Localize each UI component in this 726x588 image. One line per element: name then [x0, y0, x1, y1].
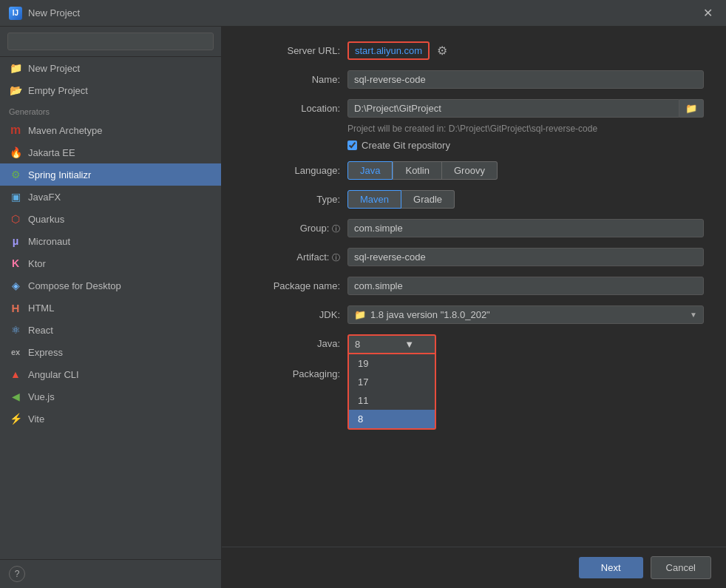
name-row: Name:	[244, 70, 704, 89]
empty-project-icon: 📂	[9, 84, 22, 97]
git-repo-label[interactable]: Create Git repository	[362, 140, 450, 151]
sidebar-item-javafx[interactable]: ▣ JavaFX	[0, 186, 221, 208]
language-java-btn[interactable]: Java	[347, 161, 393, 180]
package-name-value	[347, 277, 704, 295]
sidebar-item-label: Vue.js	[28, 391, 55, 402]
java-current-value: 8	[355, 339, 360, 350]
sidebar-item-label: Empty Project	[28, 85, 88, 96]
sidebar-item-label: New Project	[28, 63, 80, 74]
packaging-label: Packaging:	[244, 365, 340, 379]
type-maven-btn[interactable]: Maven	[347, 190, 401, 209]
sidebar-search-wrap	[0, 27, 221, 57]
express-icon: ex	[9, 345, 22, 359]
git-repo-checkbox[interactable]	[347, 141, 357, 150]
language-row: Language: Java Kotlin Groovy	[244, 161, 704, 180]
sidebar-item-label: JavaFX	[28, 192, 61, 203]
sidebar-item-label: React	[28, 325, 53, 336]
type-gradle-btn[interactable]: Gradle	[401, 190, 455, 209]
sidebar-item-express[interactable]: ex Express	[0, 341, 221, 363]
vite-icon: ⚡	[9, 412, 22, 425]
location-label: Location:	[244, 99, 340, 114]
sidebar-item-label: Compose for Desktop	[28, 280, 121, 291]
sidebar-item-html[interactable]: H HTML	[0, 297, 221, 319]
git-repo-row: Create Git repository	[347, 140, 704, 151]
html-icon: H	[9, 301, 22, 314]
jdk-label: JDK:	[244, 305, 340, 320]
sidebar-bottom: ?	[0, 559, 221, 588]
jdk-value: 📁 1.8 java version "1.8.0_202" ▼	[347, 305, 704, 324]
gear-button[interactable]: ⚙	[435, 42, 449, 59]
server-url-display[interactable]: start.aliyun.com	[347, 41, 430, 60]
sidebar-item-ktor[interactable]: K Ktor	[0, 252, 221, 274]
group-value	[347, 219, 704, 237]
location-row: Location: 📁	[244, 99, 704, 118]
sidebar-item-label: Micronaut	[28, 236, 70, 247]
location-input[interactable]	[347, 99, 679, 118]
content-inner: Server URL: start.aliyun.com ⚙ Name: Loc…	[244, 41, 704, 434]
cancel-button[interactable]: Cancel	[651, 556, 711, 579]
location-hint: Project will be created in: D:\Project\G…	[347, 124, 704, 134]
group-input[interactable]	[347, 219, 704, 237]
content-area: Server URL: start.aliyun.com ⚙ Name: Loc…	[222, 27, 726, 588]
sidebar-item-jakarta-ee[interactable]: 🔥 Jakarta EE	[0, 141, 221, 163]
new-project-icon: 📁	[9, 61, 22, 75]
app-icon: IJ	[9, 7, 22, 20]
language-kotlin-btn[interactable]: Kotlin	[393, 161, 442, 180]
jdk-version-text: 1.8 java version "1.8.0_202"	[370, 309, 490, 320]
language-btn-group: Java Kotlin Groovy	[347, 161, 498, 180]
name-input[interactable]	[347, 70, 704, 89]
package-name-row: Package name:	[244, 277, 704, 295]
package-name-label: Package name:	[244, 277, 340, 291]
sidebar-item-maven-archetype[interactable]: m Maven Archetype	[0, 119, 221, 141]
angular-icon: ▲	[9, 368, 22, 381]
java-value: 8 ▼ 19 17 11 8	[347, 334, 704, 354]
ktor-icon: K	[9, 257, 22, 270]
help-button[interactable]: ?	[9, 566, 25, 582]
generators-label: Generators	[0, 101, 221, 119]
sidebar-item-quarkus[interactable]: ⬡ Quarkus	[0, 208, 221, 230]
sidebar-item-angular-cli[interactable]: ▲ Angular CLI	[0, 363, 221, 385]
title-bar: IJ New Project ✕	[0, 0, 726, 27]
sidebar-item-compose-desktop[interactable]: ◈ Compose for Desktop	[0, 274, 221, 297]
compose-icon: ◈	[9, 279, 22, 292]
group-label: Group: ⓘ	[244, 219, 340, 234]
language-value: Java Kotlin Groovy	[347, 161, 704, 180]
sidebar-item-new-project[interactable]: 📁 New Project	[0, 57, 221, 79]
jdk-select[interactable]: 📁 1.8 java version "1.8.0_202" ▼	[347, 305, 704, 324]
java-dropdown-menu: 19 17 11 8	[347, 354, 436, 430]
artifact-label: Artifact: ⓘ	[244, 248, 340, 263]
jakarta-icon: 🔥	[9, 146, 22, 159]
bottom-bar: Next Cancel	[222, 547, 726, 588]
main-container: 📁 New Project 📂 Empty Project Generators…	[0, 27, 726, 588]
micronaut-icon: μ	[9, 234, 22, 248]
package-name-input[interactable]	[347, 277, 704, 295]
javafx-icon: ▣	[9, 190, 22, 203]
window-title: New Project	[28, 7, 80, 18]
server-url-row: Server URL: start.aliyun.com ⚙	[244, 41, 704, 60]
java-option-19[interactable]: 19	[349, 354, 435, 373]
artifact-value	[347, 248, 704, 266]
java-select-button[interactable]: 8 ▼	[347, 334, 436, 354]
maven-icon: m	[9, 124, 22, 137]
sidebar-item-react[interactable]: ⚛ React	[0, 319, 221, 341]
title-bar-left: IJ New Project	[9, 7, 80, 20]
sidebar-item-label: Maven Archetype	[28, 125, 102, 136]
location-value: 📁	[347, 99, 704, 118]
sidebar-item-label: Jakarta EE	[28, 147, 75, 158]
java-option-11[interactable]: 11	[349, 391, 435, 410]
search-input[interactable]	[7, 33, 214, 50]
sidebar-item-empty-project[interactable]: 📂 Empty Project	[0, 79, 221, 101]
java-option-8[interactable]: 8	[349, 410, 435, 428]
close-button[interactable]: ✕	[699, 4, 717, 21]
java-option-17[interactable]: 17	[349, 373, 435, 391]
sidebar-item-vite[interactable]: ⚡ Vite	[0, 408, 221, 430]
artifact-input[interactable]	[347, 248, 704, 266]
app-icon-text: IJ	[13, 9, 18, 17]
quarkus-icon: ⬡	[9, 212, 22, 226]
next-button[interactable]: Next	[579, 557, 643, 578]
sidebar-item-vue[interactable]: ◀ Vue.js	[0, 385, 221, 408]
sidebar-item-spring-initializr[interactable]: ⚙ Spring Initializr	[0, 163, 221, 186]
language-groovy-btn[interactable]: Groovy	[442, 161, 498, 180]
browse-button[interactable]: 📁	[679, 99, 704, 118]
sidebar-item-micronaut[interactable]: μ Micronaut	[0, 230, 221, 252]
